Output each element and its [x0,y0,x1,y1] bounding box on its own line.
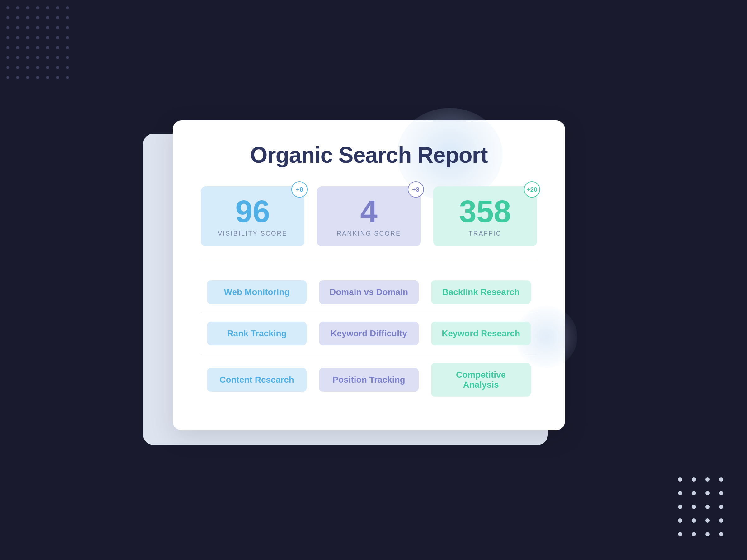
page-title: Organic Search Report [201,142,537,168]
backlink-research-button[interactable]: Backlink Research [431,280,531,304]
decorative-dots-bottomright [678,477,728,541]
decorative-dots-topleft [6,6,73,83]
visibility-label: Visibility Score [207,230,298,237]
feature-cell-domain-vs-domain: Domain vs Domain [313,272,425,313]
ranking-label: Ranking Score [323,230,414,237]
keyword-difficulty-button[interactable]: Keyword Difficulty [319,322,419,345]
feature-cell-keyword-research: Keyword Research [425,313,537,354]
feature-cell-keyword-difficulty: Keyword Difficulty [313,313,425,354]
traffic-badge: +20 [524,181,540,197]
ranking-value: 4 [323,196,414,227]
traffic-score-card: +20 358 Traffic [433,186,537,246]
main-card: Organic Search Report +8 96 Visibility S… [173,121,565,430]
ranking-badge: +3 [408,181,424,197]
visibility-badge: +8 [291,181,308,197]
rank-tracking-button[interactable]: Rank Tracking [207,322,307,345]
feature-cell-competitive-analysis: Competitive Analysis [425,354,537,405]
visibility-score-card: +8 96 Visibility Score [201,186,304,246]
traffic-value: 358 [439,196,531,227]
keyword-research-button[interactable]: Keyword Research [431,322,531,345]
divider-1 [201,259,537,259]
feature-cell-web-monitoring: Web Monitoring [201,272,313,313]
position-tracking-button[interactable]: Position Tracking [319,368,419,392]
feature-cell-backlink-research: Backlink Research [425,272,537,313]
feature-cell-content-research: Content Research [201,354,313,405]
domain-vs-domain-button[interactable]: Domain vs Domain [319,280,419,304]
traffic-label: Traffic [439,230,531,237]
web-monitoring-button[interactable]: Web Monitoring [207,280,307,304]
ranking-score-card: +3 4 Ranking Score [317,186,420,246]
competitive-analysis-button[interactable]: Competitive Analysis [431,363,531,397]
visibility-value: 96 [207,196,298,227]
feature-cell-position-tracking: Position Tracking [313,354,425,405]
content-research-button[interactable]: Content Research [207,368,307,392]
feature-grid: Web Monitoring Domain vs Domain Backlink… [201,272,537,405]
score-row: +8 96 Visibility Score +3 4 Ranking Scor… [201,186,537,246]
feature-cell-rank-tracking: Rank Tracking [201,313,313,354]
